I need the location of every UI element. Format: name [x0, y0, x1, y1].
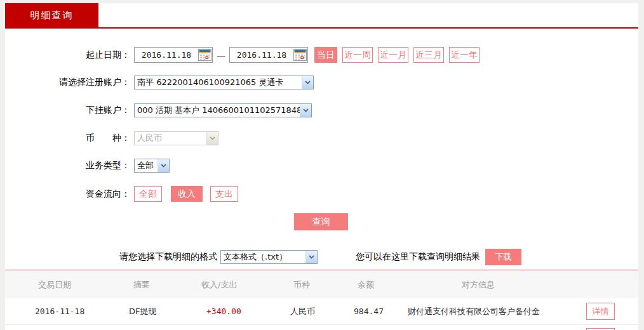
header-counterparty: 对方信息 — [462, 271, 495, 298]
currency-value: 人民币 — [135, 133, 206, 144]
quick-range-year-button[interactable]: 近一年 — [449, 47, 480, 63]
table-header: 交易日期 摘要 收入/支出 币种 余额 对方信息 — [5, 271, 638, 299]
fund-flow-label: 资金流向： — [5, 188, 130, 200]
end-date-value: 2016.11.18 — [230, 50, 293, 60]
chevron-down-icon — [206, 132, 218, 145]
quick-range-today-button[interactable]: 当日 — [314, 47, 337, 63]
business-type-row: 业务类型： 全部 — [5, 159, 170, 173]
fund-flow-row: 资金流向： 全部 收入 支出 — [5, 186, 238, 202]
sub-account-select[interactable]: 000 活期 基本户 1406600101102571848 — [134, 103, 312, 117]
quick-range-week-button[interactable]: 近一周 — [342, 47, 373, 63]
download-format-select[interactable]: 文本格式（.txt） — [220, 250, 318, 264]
cell-trade-date: 2016-11-18 — [35, 298, 84, 324]
table-row: 2016-11-18 DF提现 +340.00 人民币 984.47 财付通支付… — [5, 298, 638, 325]
header-summary: 摘要 — [133, 271, 150, 298]
business-type-label: 业务类型： — [5, 160, 130, 171]
header-trade-date: 交易日期 — [38, 271, 71, 298]
cell-currency: 人民币 — [290, 298, 315, 324]
cell-counterparty: 财付通支付科技有限公司客户备付金 — [408, 298, 540, 324]
sub-account-label: 下挂账户： — [5, 105, 130, 116]
register-account-row: 请选择注册账户： 南平 6222001406100921065 灵通卡 — [5, 76, 314, 89]
start-date-value: 2016.11.18 — [135, 50, 198, 60]
chevron-down-icon — [300, 104, 311, 117]
tab-label: 明细查询 — [30, 10, 74, 22]
download-row: 请您选择下载明细的格式 文本格式（.txt） 您可以在这里下载查询明细结果 下载 — [0, 249, 644, 265]
detail-button[interactable]: 详情 — [586, 303, 615, 320]
register-account-label: 请选择注册账户： — [5, 77, 130, 88]
chevron-down-icon — [305, 251, 317, 263]
download-format-label: 请您选择下载明细的格式 — [119, 251, 217, 263]
date-range-label: 起止日期： — [5, 50, 130, 61]
business-type-value: 全部 — [135, 160, 158, 171]
fund-flow-all-button[interactable]: 全部 — [134, 186, 162, 202]
query-button[interactable]: 查询 — [294, 213, 348, 230]
calendar-icon[interactable] — [198, 49, 211, 61]
register-account-value: 南平 6222001406100921065 灵通卡 — [135, 77, 302, 88]
sub-account-row: 下挂账户： 000 活期 基本户 1406600101102571848 — [5, 103, 312, 117]
header-currency: 币种 — [293, 271, 310, 298]
download-hint: 您可以在这里下载查询明细结果 — [356, 251, 480, 263]
cell-summary: DF提现 — [129, 298, 157, 324]
fund-flow-income-button[interactable]: 收入 — [171, 186, 203, 202]
date-separator: — — [217, 50, 225, 60]
currency-select: 人民币 — [134, 131, 218, 145]
tab-detail-query[interactable]: 明细查询 — [5, 3, 98, 27]
cell-amount: +340.00 — [206, 298, 241, 324]
start-date-input[interactable]: 2016.11.18 — [134, 47, 213, 63]
chevron-down-icon — [158, 159, 169, 172]
table-row-partial: 详情 — [5, 325, 638, 330]
end-date-input[interactable]: 2016.11.18 — [229, 47, 308, 63]
sub-account-value: 000 活期 基本户 1406600101102571848 — [135, 105, 300, 116]
quick-range-month-button[interactable]: 近一月 — [378, 47, 408, 63]
calendar-icon[interactable] — [293, 49, 307, 61]
table-top-separator — [5, 270, 638, 270]
currency-row: 币 种： 人民币 — [5, 131, 218, 145]
detail-query-page: 明细查询 起止日期： 2016.11.18 — — [0, 0, 644, 330]
header-income-expense: 收入/支出 — [201, 271, 237, 298]
register-account-select[interactable]: 南平 6222001406100921065 灵通卡 — [134, 76, 314, 89]
tab-underline — [5, 27, 638, 29]
business-type-select[interactable]: 全部 — [134, 159, 170, 173]
chevron-down-icon — [302, 76, 313, 89]
date-range-row: 起止日期： 2016.11.18 — 2016.11.18 — [5, 47, 480, 63]
download-format-value: 文本格式（.txt） — [221, 251, 305, 263]
currency-label: 币 种： — [5, 133, 130, 144]
header-balance: 余额 — [358, 271, 374, 298]
quick-range-quarter-button[interactable]: 近三月 — [413, 47, 444, 63]
cell-balance: 984.47 — [354, 298, 384, 324]
fund-flow-expense-button[interactable]: 支出 — [210, 186, 238, 202]
download-button[interactable]: 下载 — [485, 249, 521, 265]
